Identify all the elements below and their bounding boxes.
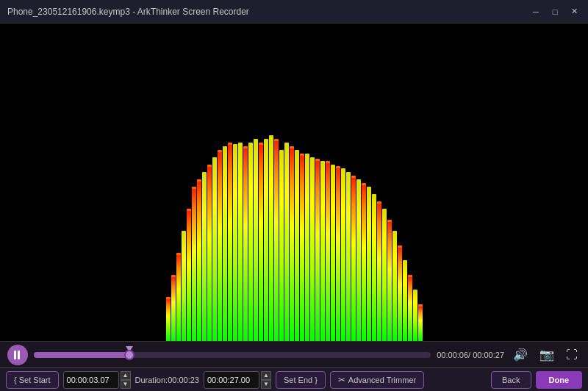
spectrum-bar xyxy=(351,176,356,341)
volume-icon: 🔊 xyxy=(513,348,528,362)
advanced-trimmer-button[interactable]: ✂ Advanced Trimmer xyxy=(330,371,424,389)
spectrum-bar xyxy=(341,168,345,341)
spectrum-bar xyxy=(259,143,263,341)
start-time-group: ▲ ▼ xyxy=(63,371,131,389)
svg-rect-0 xyxy=(14,351,16,359)
window-controls: ─ □ ✕ xyxy=(529,5,581,18)
camera-button[interactable]: 📷 xyxy=(537,346,557,363)
end-time-input[interactable] xyxy=(204,371,259,389)
spectrum-bar xyxy=(300,154,304,341)
spectrum-bar xyxy=(398,245,402,341)
end-time-spinners: ▲ ▼ xyxy=(261,371,271,389)
spectrum-bar xyxy=(176,253,181,341)
set-end-button[interactable]: Set End } xyxy=(276,371,326,389)
spectrum-container xyxy=(0,62,588,341)
spectrum-bar xyxy=(320,161,325,341)
bottom-bar: { Set Start ▲ ▼ Duration:00:00:23 ▲ ▼ Se… xyxy=(0,367,588,391)
scissors-icon: ✂ xyxy=(338,375,345,385)
svg-rect-1 xyxy=(18,351,20,359)
end-time-down[interactable]: ▼ xyxy=(261,380,271,389)
spectrum-bar xyxy=(212,157,217,341)
spectrum-bar xyxy=(418,304,423,341)
end-time-up[interactable]: ▲ xyxy=(261,371,271,380)
advanced-trimmer-label: Advanced Trimmer xyxy=(348,376,416,384)
spectrum-bar xyxy=(382,209,387,341)
spectrum-bar xyxy=(403,260,407,341)
spectrum-bar xyxy=(202,172,207,341)
volume-button[interactable]: 🔊 xyxy=(510,346,531,363)
spectrum-bar xyxy=(372,194,376,341)
spectrum-bar xyxy=(274,139,279,341)
spectrum-bar xyxy=(166,297,171,341)
spectrum-bar xyxy=(254,139,258,341)
window-title: Phone_230512161906.keymp3 - ArkThinker S… xyxy=(7,7,249,17)
spectrum-bar xyxy=(305,154,309,341)
spectrum-bar xyxy=(331,165,335,341)
start-time-spinners: ▲ ▼ xyxy=(121,371,131,389)
spectrum-bar xyxy=(269,135,273,341)
spectrum-bar xyxy=(218,150,222,341)
spectrum-bar xyxy=(264,139,268,341)
progress-fill xyxy=(34,352,129,358)
spectrum-bar xyxy=(362,183,366,341)
fullscreen-icon: ⛶ xyxy=(566,348,578,362)
spectrum-bar xyxy=(290,146,294,341)
spectrum-bar xyxy=(392,231,397,341)
spectrum-bar xyxy=(207,165,212,341)
spectrum-bar xyxy=(187,209,191,341)
start-time-down[interactable]: ▼ xyxy=(121,380,131,389)
spectrum-bar xyxy=(182,231,186,341)
end-time-group: ▲ ▼ xyxy=(204,371,271,389)
play-pause-button[interactable] xyxy=(7,345,28,365)
maximize-button[interactable]: □ xyxy=(548,5,562,18)
spectrum-bar xyxy=(223,146,227,341)
time-display: 00:00:06/ 00:00:27 xyxy=(437,351,504,359)
start-time-input[interactable] xyxy=(63,371,119,389)
spectrum-bar xyxy=(326,161,330,341)
spectrum-bar xyxy=(387,220,392,341)
fullscreen-button[interactable]: ⛶ xyxy=(563,347,581,363)
progress-handle[interactable] xyxy=(124,350,135,360)
title-bar: Phone_230512161906.keymp3 - ArkThinker S… xyxy=(0,0,588,24)
spectrum-bar xyxy=(279,150,284,341)
pause-icon xyxy=(14,351,21,359)
spectrum-bar xyxy=(295,150,299,341)
spectrum-bar xyxy=(315,159,320,341)
spectrum-bar xyxy=(233,144,237,341)
spectrum-bar xyxy=(171,275,176,341)
spectrum-bar xyxy=(408,275,412,341)
spectrum-bar xyxy=(248,143,253,341)
spectrum-bar xyxy=(192,187,196,341)
spectrum-bar xyxy=(243,146,248,341)
spectrum-bar xyxy=(356,179,361,341)
spectrum-bar xyxy=(367,187,371,341)
camera-icon: 📷 xyxy=(539,348,554,362)
spectrum-bar xyxy=(197,179,201,341)
spectrum-bar xyxy=(310,157,315,341)
controls-bar: 00:00:06/ 00:00:27 🔊 📷 ⛶ xyxy=(0,341,588,367)
back-button[interactable]: Back xyxy=(491,371,531,389)
progress-track[interactable] xyxy=(34,352,431,358)
done-button[interactable]: Done xyxy=(536,371,583,389)
minimize-button[interactable]: ─ xyxy=(529,5,542,18)
spectrum-bar xyxy=(377,201,381,341)
spectrum-bars xyxy=(166,135,423,341)
set-start-button[interactable]: { Set Start xyxy=(6,371,59,389)
spectrum-bar xyxy=(284,143,289,341)
spectrum-bar xyxy=(336,166,340,341)
duration-label: Duration:00:00:23 xyxy=(135,376,199,384)
start-time-up[interactable]: ▲ xyxy=(121,371,131,380)
spectrum-bar xyxy=(228,143,232,341)
spectrum-bar xyxy=(238,143,243,341)
spectrum-bar xyxy=(346,172,351,341)
spectrum-bar xyxy=(413,290,417,341)
close-button[interactable]: ✕ xyxy=(567,5,581,18)
main-area xyxy=(0,24,588,341)
